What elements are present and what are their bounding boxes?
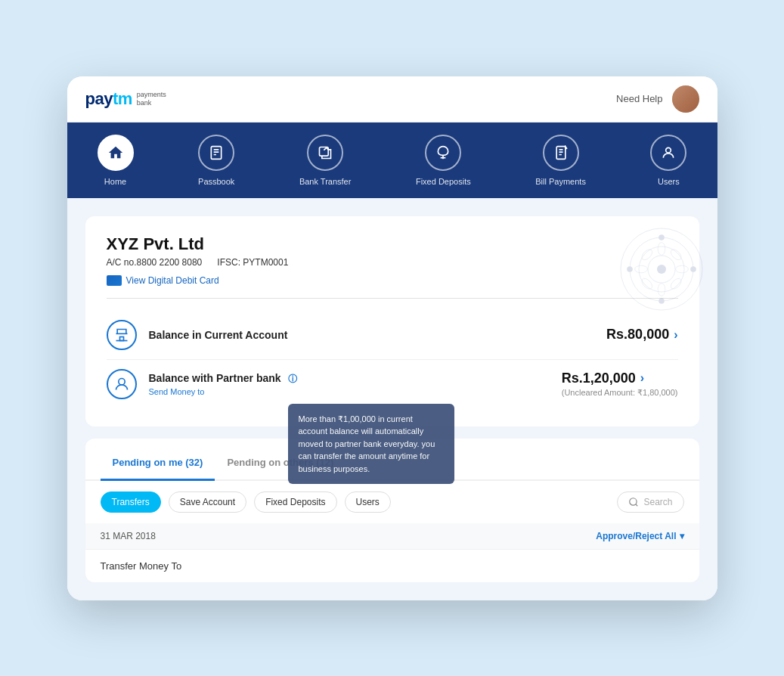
search-icon <box>628 497 639 507</box>
nav-home-label: Home <box>104 177 126 186</box>
divider <box>107 298 678 299</box>
fixed-deposits-icon <box>425 135 461 171</box>
filter-users[interactable]: Users <box>345 491 391 513</box>
payments-bank-label: paymentsbank <box>137 91 166 107</box>
filter-transfers[interactable]: Transfers <box>101 491 161 513</box>
avatar[interactable] <box>672 85 699 113</box>
partner-balance-amount: Rs.1,20,000 › <box>562 371 678 386</box>
filter-bar: Transfers Save Account Fixed Deposits Us… <box>85 481 699 523</box>
nav-bank-transfer-label: Bank Transfer <box>299 177 351 186</box>
search-box[interactable]: Search <box>617 491 683 513</box>
tooltip-overlay: More than ₹1,00,000 in current account b… <box>288 404 454 485</box>
partner-balance-label: Balance with Partner bank ⓘ <box>149 372 562 386</box>
account-card: XYZ Pvt. Ltd A/C no.8800 2200 8080 IFSC:… <box>85 216 699 426</box>
nav-passbook-label: Passbook <box>198 177 234 186</box>
need-help-label[interactable]: Need Help <box>616 93 662 104</box>
svg-point-27 <box>118 378 124 384</box>
balance-partner-row[interactable]: Balance with Partner bank ⓘ Send Money t… <box>107 360 678 408</box>
current-balance-right: Rs.80,000 › <box>606 327 677 343</box>
current-account-icon <box>107 320 137 350</box>
approve-reject-all[interactable]: Approve/Reject All ▾ <box>596 531 683 541</box>
debit-card-link-label: View Digital Debit Card <box>126 275 219 286</box>
users-icon <box>650 135 686 171</box>
nav-users-label: Users <box>658 177 680 186</box>
date-row: 31 MAR 2018 Approve/Reject All ▾ <box>85 523 699 549</box>
paytm-logo-text: paytm <box>85 89 132 109</box>
nav-item-bank-transfer[interactable]: Bank Transfer <box>299 135 351 186</box>
nav-item-passbook[interactable]: Passbook <box>198 135 234 186</box>
nav-fixed-deposits-label: Fixed Deposits <box>416 177 471 186</box>
nav-item-home[interactable]: Home <box>98 135 134 186</box>
uncleared-amount: (Uncleared Amount: ₹1,80,000) <box>562 388 678 398</box>
nav-bill-payments-label: Bill Payments <box>535 177 586 186</box>
info-icon[interactable]: ⓘ <box>288 374 297 384</box>
send-money-label[interactable]: Send Money to <box>149 387 562 396</box>
ifsc: IFSC: PYTM0001 <box>217 257 288 268</box>
home-icon <box>98 135 134 171</box>
balance-current-row[interactable]: Balance in Current Account Rs.80,000 › <box>107 311 678 360</box>
company-name: XYZ Pvt. Ltd <box>107 234 678 254</box>
top-bar-right: Need Help <box>616 85 699 113</box>
tooltip-text: More than ₹1,00,000 in current account b… <box>299 414 435 473</box>
svg-point-28 <box>630 498 637 504</box>
nav-item-bill-payments[interactable]: Bill Payments <box>535 135 586 186</box>
paytm-logo: paytm paymentsbank <box>85 89 166 109</box>
svg-point-6 <box>666 147 671 153</box>
item-label: Transfer Money To <box>101 560 182 572</box>
search-placeholder: Search <box>643 497 672 507</box>
chevron-down-icon: ▾ <box>680 531 684 541</box>
pay-text: pay <box>85 89 113 108</box>
ac-no: A/C no.8800 2200 8080 <box>107 257 203 268</box>
top-bar: paytm paymentsbank Need Help <box>67 76 717 122</box>
bill-payments-icon <box>543 135 579 171</box>
nav-item-users[interactable]: Users <box>650 135 686 186</box>
nav-bar: Home Passbook Bank Transfer Fixed Deposi… <box>67 122 717 198</box>
bank-transfer-icon <box>307 135 343 171</box>
date-label: 31 MAR 2018 <box>101 531 156 541</box>
partner-bank-icon <box>107 369 137 399</box>
browser-frame: paytm paymentsbank Need Help Home Passbo… <box>67 76 717 600</box>
avatar-image <box>672 85 699 113</box>
account-info: A/C no.8800 2200 8080 IFSC: PYTM0001 <box>107 257 678 268</box>
filter-fixed-deposits[interactable]: Fixed Deposits <box>254 491 336 513</box>
tm-text: tm <box>113 89 132 108</box>
partner-balance-label-wrap: Balance with Partner bank ⓘ Send Money t… <box>149 372 562 396</box>
partner-balance-right: Rs.1,20,000 › (Uncleared Amount: ₹1,80,0… <box>562 371 678 398</box>
partner-chevron-icon: › <box>640 371 644 385</box>
svg-rect-26 <box>119 336 123 340</box>
passbook-icon <box>198 135 234 171</box>
current-balance-label-wrap: Balance in Current Account <box>149 329 607 341</box>
current-chevron-icon: › <box>674 328 677 342</box>
svg-point-21 <box>658 298 664 303</box>
tab-pending-me[interactable]: Pending on me (32) <box>101 451 215 481</box>
current-balance-amount: Rs.80,000 › <box>606 327 677 343</box>
debit-card-link[interactable]: View Digital Debit Card <box>107 275 678 286</box>
transfer-item-preview[interactable]: Transfer Money To <box>85 549 699 582</box>
svg-point-23 <box>690 266 696 271</box>
card-icon <box>107 275 122 286</box>
filter-save-account[interactable]: Save Account <box>169 491 246 513</box>
content-area: XYZ Pvt. Ltd A/C no.8800 2200 8080 IFSC:… <box>67 198 717 600</box>
current-balance-label: Balance in Current Account <box>149 329 607 341</box>
nav-item-fixed-deposits[interactable]: Fixed Deposits <box>416 135 471 186</box>
